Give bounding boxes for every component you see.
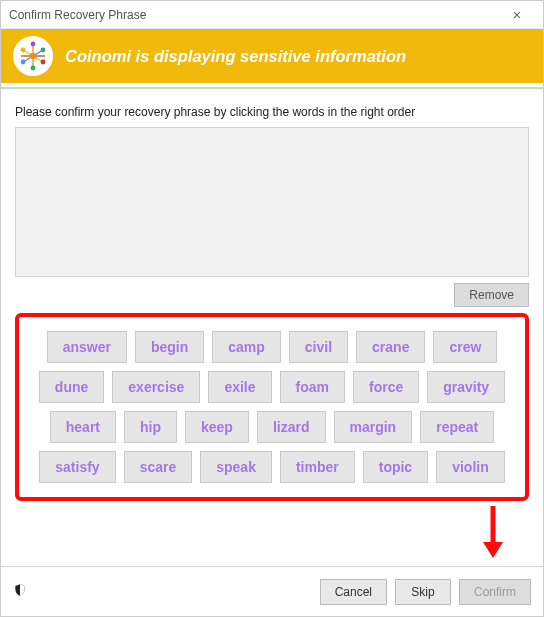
confirm-button[interactable]: Confirm: [459, 579, 531, 605]
word-button-answer[interactable]: answer: [47, 331, 127, 363]
warning-banner: Coinomi is displaying sensitive informat…: [1, 29, 543, 83]
word-button-scare[interactable]: scare: [124, 451, 193, 483]
word-button-lizard[interactable]: lizard: [257, 411, 326, 443]
shield-icon: [13, 583, 27, 600]
annotation-arrow-icon: [477, 502, 509, 562]
cancel-button[interactable]: Cancel: [320, 579, 387, 605]
word-button-crew[interactable]: crew: [433, 331, 497, 363]
main-content: Please confirm your recovery phrase by c…: [1, 89, 543, 509]
word-button-satisfy[interactable]: satisfy: [39, 451, 115, 483]
svg-point-10: [31, 66, 36, 71]
word-button-gravity[interactable]: gravity: [427, 371, 505, 403]
word-button-speak[interactable]: speak: [200, 451, 272, 483]
word-button-civil[interactable]: civil: [289, 331, 348, 363]
close-icon[interactable]: ×: [499, 6, 535, 24]
word-button-camp[interactable]: camp: [212, 331, 281, 363]
remove-button[interactable]: Remove: [454, 283, 529, 307]
word-button-exercise[interactable]: exercise: [112, 371, 200, 403]
word-button-violin[interactable]: violin: [436, 451, 505, 483]
banner-title: Coinomi is displaying sensitive informat…: [65, 47, 406, 66]
word-button-foam[interactable]: foam: [280, 371, 345, 403]
footer-actions: Cancel Skip Confirm: [320, 579, 531, 605]
word-button-exile[interactable]: exile: [208, 371, 271, 403]
word-button-margin[interactable]: margin: [334, 411, 413, 443]
word-button-hip[interactable]: hip: [124, 411, 177, 443]
word-button-heart[interactable]: heart: [50, 411, 116, 443]
banner-underline: [1, 85, 543, 89]
svg-point-8: [41, 60, 46, 65]
svg-point-7: [21, 60, 26, 65]
svg-point-5: [21, 48, 26, 53]
svg-marker-13: [483, 542, 503, 558]
svg-point-6: [41, 48, 46, 53]
coinomi-logo-icon: [13, 36, 53, 76]
selected-phrase-area: [15, 127, 529, 277]
word-button-dune[interactable]: dune: [39, 371, 104, 403]
word-button-repeat[interactable]: repeat: [420, 411, 494, 443]
word-grid: answerbegincampcivilcranecrewduneexercis…: [15, 313, 529, 501]
word-button-begin[interactable]: begin: [135, 331, 204, 363]
word-button-timber[interactable]: timber: [280, 451, 355, 483]
word-button-crane[interactable]: crane: [356, 331, 425, 363]
skip-button[interactable]: Skip: [395, 579, 451, 605]
window-title: Confirm Recovery Phrase: [9, 8, 146, 22]
word-button-force[interactable]: force: [353, 371, 419, 403]
word-button-keep[interactable]: keep: [185, 411, 249, 443]
svg-point-9: [31, 42, 36, 47]
svg-point-11: [30, 53, 36, 59]
word-button-topic[interactable]: topic: [363, 451, 428, 483]
instruction-text: Please confirm your recovery phrase by c…: [15, 105, 529, 119]
footer-bar: Cancel Skip Confirm: [1, 566, 543, 616]
title-bar: Confirm Recovery Phrase ×: [1, 1, 543, 29]
